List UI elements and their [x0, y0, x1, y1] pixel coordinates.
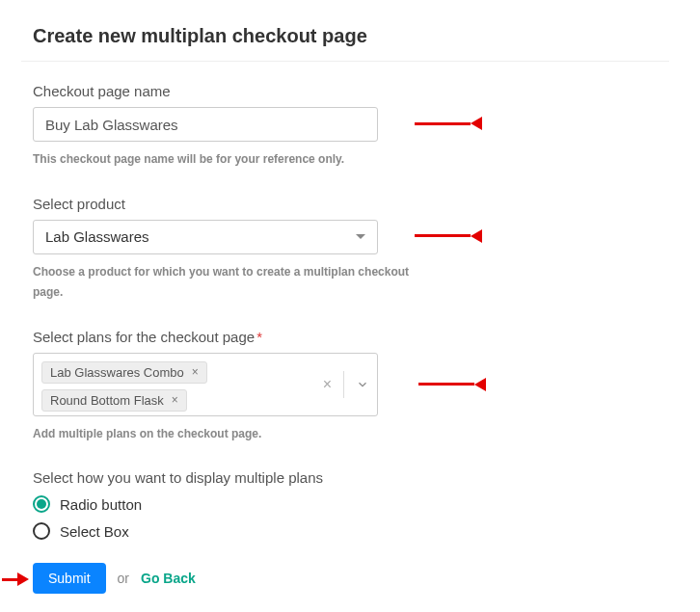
field-display-option: Select how you want to display multiple … [33, 469, 658, 540]
plan-tag-label: Round Bottom Flask [50, 393, 164, 408]
select-plans-multiselect[interactable]: Lab Glasswares Combo×Round Bottom Flask×… [33, 353, 378, 416]
clear-all-icon[interactable]: × [319, 372, 336, 397]
caret-down-icon [356, 234, 365, 239]
display-option-label: Select how you want to display multiple … [33, 469, 658, 486]
field-select-product: Select product Lab Glasswares Choose a p… [33, 196, 658, 304]
page-title: Create new multiplan checkout page [21, 21, 669, 61]
remove-tag-icon[interactable]: × [172, 393, 178, 407]
field-checkout-name: Checkout page name This checkout page na… [33, 83, 658, 171]
select-plans-helper: Add multiple plans on the checkout page. [33, 424, 418, 445]
plan-tag: Lab Glasswares Combo× [41, 361, 207, 384]
display-radio-group: Radio buttonSelect Box [33, 495, 658, 540]
remove-tag-icon[interactable]: × [192, 365, 199, 379]
radio-icon [33, 522, 50, 540]
radio-label: Select Box [60, 523, 129, 540]
select-product-dropdown[interactable]: Lab Glasswares [33, 220, 378, 254]
required-asterisk: * [256, 329, 262, 345]
chevron-down-icon[interactable] [352, 374, 373, 395]
or-text: or [118, 571, 129, 586]
divider [21, 61, 669, 62]
multiselect-controls: × [315, 354, 377, 415]
go-back-link[interactable]: Go Back [141, 571, 196, 586]
radio-label: Radio button [60, 496, 142, 513]
field-select-plans: Select plans for the checkout page* Lab … [33, 329, 658, 445]
checkout-name-label: Checkout page name [33, 83, 658, 99]
display-radio-option[interactable]: Select Box [33, 522, 658, 540]
display-radio-option[interactable]: Radio button [33, 495, 658, 513]
radio-icon [33, 495, 50, 513]
select-product-helper: Choose a product for which you want to c… [33, 262, 418, 304]
annotation-arrow-icon [418, 379, 486, 390]
select-product-value: Lab Glasswares [45, 228, 149, 245]
checkout-name-input[interactable] [33, 107, 378, 142]
submit-button[interactable]: Submit [33, 563, 106, 594]
separator [343, 371, 344, 398]
select-product-label: Select product [33, 196, 658, 212]
annotation-arrow-icon [415, 230, 482, 242]
form-actions: Submit or Go Back [33, 563, 658, 594]
form: Checkout page name This checkout page na… [21, 83, 669, 594]
plan-tag: Round Bottom Flask× [41, 389, 187, 412]
plan-tag-label: Lab Glasswares Combo [50, 365, 184, 380]
checkout-name-helper: This checkout page name will be for your… [33, 149, 418, 171]
annotation-arrow-icon [2, 573, 29, 585]
annotation-arrow-icon [415, 118, 482, 129]
selected-plan-tags: Lab Glasswares Combo×Round Bottom Flask× [34, 354, 315, 415]
select-plans-label: Select plans for the checkout page* [33, 329, 658, 345]
select-plans-label-text: Select plans for the checkout page [33, 329, 255, 345]
